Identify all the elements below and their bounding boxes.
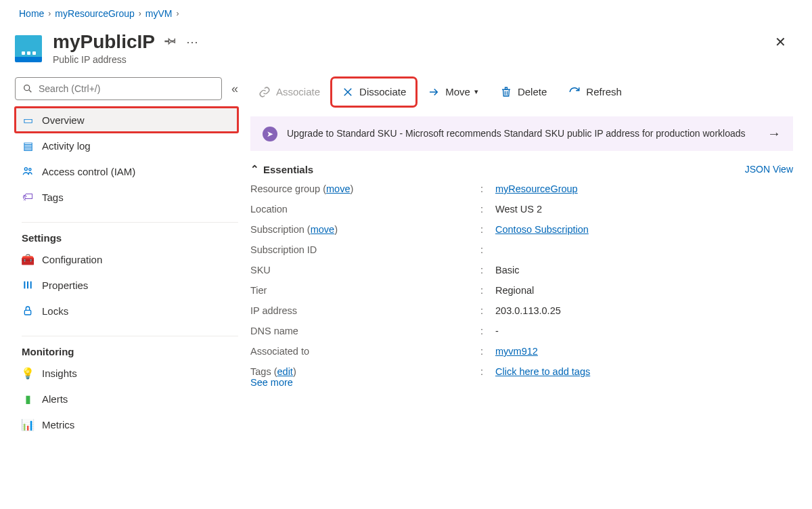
value-subscription[interactable]: Contoso Subscription (495, 224, 589, 235)
breadcrumb-home[interactable]: Home (19, 8, 44, 19)
refresh-icon (568, 86, 581, 98)
value-dns-name: - (495, 326, 793, 336)
essentials-toggle[interactable]: ⌃ Essentials (250, 163, 313, 175)
svg-point-2 (24, 168, 27, 171)
sidebar-item-label: Configuration (42, 254, 102, 265)
cmd-label: Associate (276, 86, 320, 97)
sidebar-item-access-control[interactable]: Access control (IAM) (15, 158, 238, 184)
main-pane: Associate Dissociate Move ▾ Delete Refre… (250, 77, 812, 437)
value-tags[interactable]: Click here to add tags (495, 366, 590, 377)
edit-tags-link[interactable]: edit (277, 366, 293, 377)
cmd-label: Dissociate (359, 86, 406, 97)
sidebar-item-tags[interactable]: 🏷 Tags (15, 184, 238, 210)
essentials-title: Essentials (263, 164, 313, 175)
sidebar-item-label: Access control (IAM) (42, 166, 135, 177)
move-link[interactable]: move (326, 183, 350, 194)
label-tags: Tags (edit) (250, 366, 480, 377)
value-resource-group[interactable]: myResourceGroup (495, 183, 578, 194)
lock-icon (22, 305, 34, 316)
search-icon (22, 83, 33, 94)
svg-point-3 (29, 169, 31, 171)
pin-icon[interactable] (164, 35, 177, 50)
sidebar-item-overview[interactable]: ▭ Overview (15, 107, 238, 133)
svg-rect-7 (24, 310, 30, 315)
tags-icon: 🏷 (22, 191, 34, 203)
dissociate-button[interactable]: Dissociate (334, 80, 414, 104)
label-tier: Tier (250, 285, 480, 296)
close-icon (342, 86, 354, 98)
sidebar-item-insights[interactable]: 💡 Insights (15, 360, 238, 386)
sidebar-item-activity-log[interactable]: ▤ Activity log (15, 133, 238, 158)
configuration-icon: 🧰 (22, 253, 34, 266)
arrow-right-icon[interactable]: → (767, 126, 781, 141)
properties-icon (22, 280, 34, 290)
sidebar-item-label: Alerts (42, 393, 68, 405)
link-icon (258, 86, 271, 98)
value-subscription-id (495, 244, 793, 255)
sidebar-search[interactable] (15, 77, 222, 100)
chevron-up-icon: ⌃ (250, 163, 259, 175)
banner-text: Upgrade to Standard SKU - Microsoft reco… (287, 127, 758, 140)
cmd-label: Delete (518, 86, 547, 97)
svg-line-1 (29, 90, 31, 92)
label-ip-address: IP address (250, 305, 480, 316)
move-button[interactable]: Move ▾ (420, 80, 487, 104)
value-ip-address: 203.0.113.0.25 (495, 305, 793, 316)
more-icon[interactable]: ⋯ (186, 35, 198, 49)
rocket-icon: ➤ (263, 127, 277, 141)
sidebar-item-alerts[interactable]: ▮ Alerts (15, 386, 238, 412)
sidebar-item-locks[interactable]: Locks (15, 298, 238, 324)
sidebar-item-properties[interactable]: Properties (15, 272, 238, 298)
chevron-right-icon: › (139, 9, 141, 18)
search-input[interactable] (39, 83, 215, 94)
delete-button[interactable]: Delete (492, 80, 555, 104)
trash-icon (500, 86, 512, 98)
sidebar-item-configuration[interactable]: 🧰 Configuration (15, 246, 238, 272)
label-sku: SKU (250, 265, 480, 275)
label-dns-name: DNS name (250, 326, 480, 336)
svg-point-0 (24, 85, 30, 91)
breadcrumb-resource-group[interactable]: myResourceGroup (55, 8, 135, 19)
sidebar-section-settings: Settings (22, 222, 238, 244)
value-tier: Regional (495, 285, 793, 296)
sidebar-item-label: Tags (42, 192, 64, 203)
breadcrumb: Home › myResourceGroup › myVM › (0, 0, 812, 27)
breadcrumb-vm[interactable]: myVM (145, 8, 173, 19)
insights-icon: 💡 (22, 367, 34, 380)
essentials-grid: Resource group (move) : myResourceGroup … (250, 183, 793, 377)
close-icon[interactable]: ✕ (768, 31, 793, 53)
page-title: myPublicIP (53, 31, 155, 53)
collapse-sidebar-icon[interactable]: « (231, 82, 238, 96)
public-ip-resource-icon (15, 35, 42, 62)
refresh-button[interactable]: Refresh (560, 80, 630, 104)
value-location: West US 2 (495, 204, 793, 215)
metrics-icon: 📊 (22, 418, 34, 431)
chevron-down-icon: ▾ (474, 87, 478, 96)
sidebar: « ▭ Overview ▤ Activity log Access contr… (0, 77, 250, 437)
overview-icon: ▭ (22, 114, 34, 127)
activity-log-icon: ▤ (22, 139, 34, 152)
alerts-icon: ▮ (22, 393, 34, 405)
label-subscription: Subscription (move) (250, 224, 480, 235)
sidebar-item-label: Overview (42, 114, 85, 126)
sidebar-item-label: Properties (42, 280, 88, 291)
cmd-label: Refresh (586, 86, 622, 97)
arrow-right-icon (428, 86, 440, 98)
chevron-right-icon: › (177, 9, 179, 18)
sidebar-item-metrics[interactable]: 📊 Metrics (15, 412, 238, 437)
label-resource-group: Resource group (move) (250, 183, 480, 194)
value-associated-to[interactable]: myvm912 (495, 346, 538, 357)
json-view-link[interactable]: JSON View (745, 164, 793, 175)
sidebar-section-monitoring: Monitoring (22, 336, 238, 357)
see-more-link[interactable]: See more (250, 377, 293, 388)
chevron-right-icon: › (48, 9, 51, 18)
page-header: myPublicIP ⋯ Public IP address ✕ (0, 27, 812, 77)
label-subscription-id: Subscription ID (250, 244, 480, 255)
sidebar-item-label: Metrics (42, 419, 74, 430)
cmd-label: Move (445, 86, 470, 97)
upgrade-banner[interactable]: ➤ Upgrade to Standard SKU - Microsoft re… (250, 116, 793, 151)
associate-button: Associate (250, 80, 328, 104)
move-link[interactable]: move (311, 224, 334, 235)
sidebar-item-label: Activity log (42, 140, 91, 152)
sidebar-item-label: Locks (42, 305, 68, 317)
